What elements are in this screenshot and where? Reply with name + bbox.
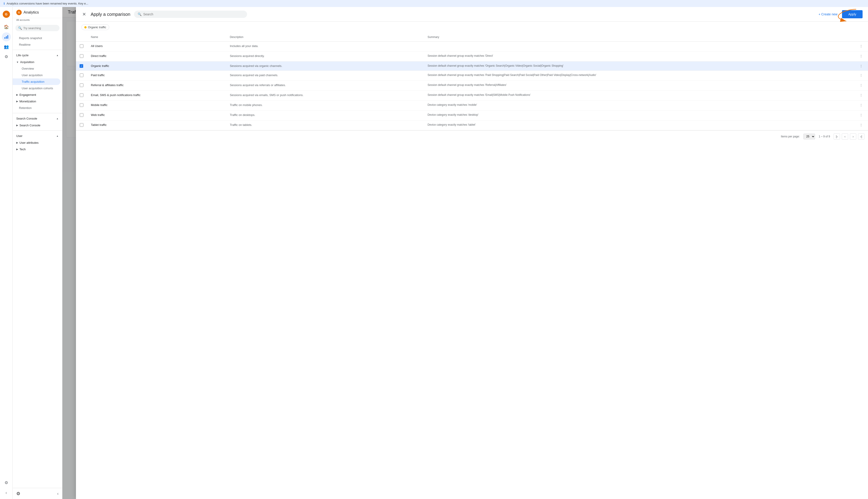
comparison-dialog: ✕ Apply a comparison 🔍 + Create new <box>76 7 868 499</box>
row-name: Mobile traffic <box>87 100 226 110</box>
svg-rect-2 <box>7 35 8 39</box>
last-page-btn[interactable]: ›| <box>858 133 864 140</box>
monetization-section[interactable]: ▶ Monetization <box>13 98 62 105</box>
main-content: Traffic acq... A All Users + Add filter <box>62 7 868 499</box>
sidebar-nav: Reports snapshot Realtime Life cycle ▲ ▼… <box>13 33 62 488</box>
people-icon[interactable]: 👥 <box>2 42 11 51</box>
search-console-section[interactable]: Search Console ▲ <box>13 115 62 122</box>
prev-page-btn[interactable]: ‹ <box>842 133 848 140</box>
row-more-btn[interactable]: ⋮ <box>858 63 864 69</box>
row-checkbox[interactable] <box>80 44 83 48</box>
acquisition-section[interactable]: ▼ Acquisition <box>13 59 62 65</box>
row-summary: Session default channel group exactly ma… <box>424 61 854 71</box>
row-description: Sessions acquired via referrals or affil… <box>226 81 424 90</box>
settings-icon[interactable]: ⚙ <box>2 52 11 61</box>
row-summary: Device category exactly matches 'mobile' <box>424 100 854 110</box>
row-summary: Session default channel group exactly ma… <box>424 71 854 81</box>
row-more-btn[interactable]: ⋮ <box>858 93 864 98</box>
table-row: All UsersIncludes all your data.⋮ <box>76 41 868 51</box>
sidebar-item-reports[interactable]: Reports snapshot <box>13 35 62 41</box>
row-checkbox[interactable] <box>80 93 83 97</box>
col-checkbox <box>76 33 87 41</box>
dialog-search-input[interactable] <box>143 12 243 16</box>
dialog-table-container: Name Description Summary All UsersInclud… <box>76 33 868 499</box>
organic-traffic-chip[interactable]: Organic traffic <box>81 24 109 30</box>
sidebar-item-retention[interactable]: Retention <box>13 105 62 111</box>
sidebar-search-icon: 🔍 <box>18 26 22 30</box>
row-name: Web traffic <box>87 110 226 120</box>
row-more-btn[interactable]: ⋮ <box>858 112 864 118</box>
apply-btn[interactable]: Apply <box>842 10 863 18</box>
row-more-btn[interactable]: ⋮ <box>858 73 864 78</box>
dialog-close-btn[interactable]: ✕ <box>81 11 87 18</box>
gear-bottom-icon[interactable]: ⚙ <box>2 478 11 487</box>
row-checkbox[interactable] <box>80 83 83 87</box>
comparison-table: Name Description Summary All UsersInclud… <box>76 33 868 130</box>
row-checkbox[interactable] <box>80 73 83 77</box>
row-description: Sessions acquired via emails, SMS or pus… <box>226 90 424 100</box>
row-summary <box>424 41 854 51</box>
user-section[interactable]: User ▲ <box>13 132 62 139</box>
row-description: Sessions acquired via organic channels. <box>226 61 424 71</box>
settings-bottom-icon[interactable]: ⚙ <box>16 491 20 496</box>
sidebar-collapse-btn[interactable]: ‹ <box>57 491 59 496</box>
app-logo: G <box>3 11 10 18</box>
sidebar-item-user-acq[interactable]: User acquisition <box>13 72 62 78</box>
user-attributes-section[interactable]: ▶ User attributes <box>13 139 62 146</box>
create-new-btn[interactable]: + Create new <box>819 12 838 16</box>
sidebar-app-title: Analytics <box>24 10 39 15</box>
reports-label: Reports snapshot <box>19 36 42 40</box>
table-row: Mobile trafficTraffic on mobile phones.D… <box>76 100 868 110</box>
sidebar-item-cohorts[interactable]: User acquisition cohorts <box>13 85 62 92</box>
row-checkbox[interactable] <box>80 54 83 58</box>
row-checkbox[interactable] <box>80 123 83 127</box>
lifecycle-section[interactable]: Life cycle ▲ <box>13 52 62 59</box>
row-more-btn[interactable]: ⋮ <box>858 53 864 59</box>
home-icon[interactable]: 🏠 <box>2 22 11 32</box>
row-summary: Device category exactly matches 'tablet' <box>424 120 854 130</box>
sidebar-item-overview[interactable]: Overview <box>13 65 62 72</box>
col-summary: Summary <box>424 33 854 41</box>
tech-section[interactable]: ▶ Tech <box>13 146 62 153</box>
sidebar-search-box[interactable]: 🔍 <box>15 25 59 31</box>
selected-chips-area: Organic traffic <box>76 22 868 33</box>
row-description: Includes all your data. <box>226 41 424 51</box>
next-page-btn[interactable]: › <box>850 133 856 140</box>
analytics-icon[interactable] <box>2 32 11 41</box>
items-per-page-select[interactable]: 25 10 50 <box>803 134 815 139</box>
sidebar-search-input[interactable] <box>23 26 57 30</box>
row-summary: Device category exactly matches 'desktop… <box>424 110 854 120</box>
chip-label: Organic traffic <box>88 26 106 29</box>
sidebar-item-realtime[interactable]: Realtime <box>13 41 62 48</box>
lifecycle-chevron: ▲ <box>56 54 59 57</box>
search-console-item[interactable]: ▶ Search Console <box>13 122 62 129</box>
col-actions <box>854 33 868 41</box>
row-checkbox[interactable] <box>80 103 83 107</box>
row-description: Traffic on tablets. <box>226 120 424 130</box>
chip-dot <box>84 26 87 28</box>
sidebar-bottom: ⚙ ‹ <box>13 488 62 499</box>
table-row: Direct trafficSessions acquired directly… <box>76 51 868 61</box>
row-more-btn[interactable]: ⋮ <box>858 83 864 88</box>
info-text: Analytics conversions have been renamed … <box>7 2 88 5</box>
create-new-label: + Create new <box>819 12 838 16</box>
table-row: Web trafficTraffic on desktops.Device ca… <box>76 110 868 120</box>
row-checkbox-checked[interactable] <box>80 64 83 68</box>
sidebar-header: G Analytics <box>13 7 62 18</box>
page-range: 1 – 9 of 9 <box>819 135 830 138</box>
row-summary: Session default channel group exactly ma… <box>424 81 854 90</box>
row-checkbox[interactable] <box>80 113 83 117</box>
engagement-section[interactable]: ▶ Engagement <box>13 92 62 98</box>
row-more-btn[interactable]: ⋮ <box>858 102 864 108</box>
sidebar-item-traffic-acq[interactable]: Traffic acquisition <box>13 78 60 85</box>
user-chevron: ▲ <box>56 135 59 137</box>
row-more-btn[interactable]: ⋮ <box>858 122 864 127</box>
collapse-icon[interactable]: ‹ <box>2 488 11 497</box>
row-more-btn[interactable]: ⋮ <box>858 44 864 49</box>
page-nav: |‹ ‹ › ›| <box>834 133 864 140</box>
dialog-title: Apply a comparison <box>91 12 131 17</box>
dialog-search-container[interactable]: 🔍 <box>134 11 247 18</box>
col-description: Description <box>226 33 424 41</box>
first-page-btn[interactable]: |‹ <box>834 133 840 140</box>
info-icon: ℹ <box>4 2 5 5</box>
